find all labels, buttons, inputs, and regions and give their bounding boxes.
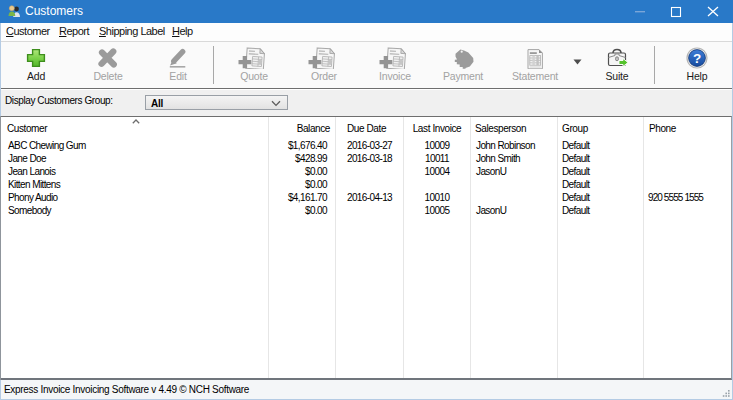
svg-text:?: ?: [693, 51, 701, 66]
